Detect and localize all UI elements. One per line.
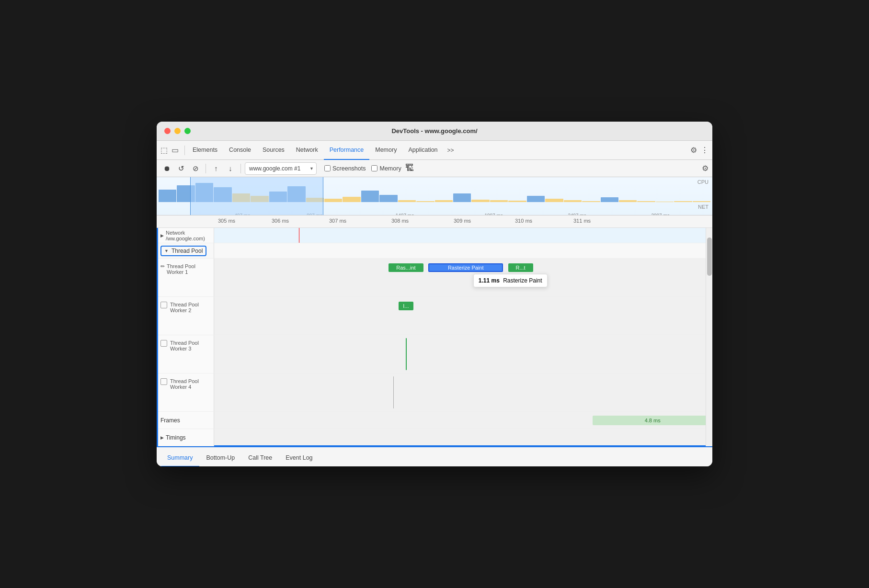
thread-pool-label: Thread Pool xyxy=(172,248,203,254)
worker4-track[interactable] xyxy=(214,373,712,412)
tab-sources[interactable]: Sources xyxy=(257,141,290,160)
performance-toolbar: ⏺ ↺ ⊘ ↑ ↓ www.google.com #1 Screenshots … xyxy=(157,160,712,177)
overview-selection[interactable] xyxy=(190,177,323,215)
task-dot-worker3 xyxy=(406,338,407,370)
thread-pool-header-box[interactable]: ▼ Thread Pool xyxy=(160,246,206,256)
thread-pool-header-row: ▼ Thread Pool xyxy=(157,243,712,259)
worker2-label-cell: Thread Pool Worker 2 xyxy=(157,297,214,335)
timeline-ruler: 305 ms 306 ms 307 ms 308 ms 309 ms 310 m… xyxy=(157,215,712,228)
tab-network[interactable]: Network xyxy=(290,141,324,160)
worker3-icon xyxy=(160,340,167,347)
timings-track[interactable] xyxy=(214,429,712,446)
frames-track[interactable]: 4.8 ms xyxy=(214,412,712,429)
tab-summary[interactable]: Summary xyxy=(160,449,199,466)
frames-label: Frames xyxy=(160,417,180,424)
settings-icon[interactable]: ⚙ xyxy=(690,146,697,155)
url-select-wrapper: www.google.com #1 xyxy=(245,162,317,175)
worker1-label: Thread Pool Worker 1 xyxy=(167,263,210,275)
traffic-lights xyxy=(164,128,191,134)
ruler-tick-310: 310 ms xyxy=(515,218,532,224)
frames-bar[interactable]: 4.8 ms xyxy=(593,416,712,425)
window-title: DevTools - www.google.com/ xyxy=(391,127,477,135)
capture-icon[interactable]: 🏗 xyxy=(405,163,414,173)
memory-checkbox-label[interactable]: Memory xyxy=(371,165,401,172)
worker3-track[interactable] xyxy=(214,335,712,373)
thread-pool-header-cell: ▼ Thread Pool xyxy=(157,243,214,259)
upload-button[interactable]: ↑ xyxy=(210,162,222,175)
tab-gear-area: ⚙ ⋮ xyxy=(690,146,709,155)
ruler-tick-309: 309 ms xyxy=(454,218,471,224)
network-track-row: ▶ Network /ww.google.com) xyxy=(157,228,712,243)
tooltip-time: 1.11 ms xyxy=(479,277,500,284)
track-blue-vline xyxy=(157,228,158,446)
net-label: NET xyxy=(698,204,709,210)
worker3-label: Thread Pool Worker 3 xyxy=(170,340,210,351)
worker2-icon xyxy=(160,302,167,308)
maximize-button[interactable] xyxy=(184,128,191,134)
cursor-line xyxy=(299,228,299,243)
clear-button[interactable]: ⊘ xyxy=(189,162,202,175)
record-button[interactable]: ⏺ xyxy=(160,162,173,175)
cpu-label: CPU xyxy=(697,179,709,185)
task-dot-worker4 xyxy=(393,376,394,408)
devtools-tab-bar: ⬚ ▭ Elements Console Sources Network Per… xyxy=(157,141,712,160)
memory-checkbox[interactable] xyxy=(371,165,377,171)
task-bar-ras-int[interactable]: Ras...int xyxy=(389,263,423,272)
worker1-label-cell: ✏ Thread Pool Worker 1 xyxy=(157,259,214,297)
worker3-label-cell: Thread Pool Worker 3 xyxy=(157,335,214,373)
tab-event-log[interactable]: Event Log xyxy=(279,449,319,466)
scrollbar-thumb[interactable] xyxy=(707,237,712,276)
frames-row: Frames 4.8 ms xyxy=(157,412,712,429)
task-bar-rasterize-paint[interactable]: Rasterize Paint xyxy=(428,263,503,272)
titlebar: DevTools - www.google.com/ xyxy=(157,122,712,141)
worker4-icon xyxy=(160,378,167,385)
tab-application[interactable]: Application xyxy=(402,141,443,160)
task-bar-rt[interactable]: R...t xyxy=(508,263,533,272)
worker4-label-cell: Thread Pool Worker 4 xyxy=(157,373,214,412)
tab-call-tree[interactable]: Call Tree xyxy=(241,449,279,466)
device-icon[interactable]: ▭ xyxy=(172,146,179,155)
download-button[interactable]: ↓ xyxy=(224,162,237,175)
tab-memory[interactable]: Memory xyxy=(369,141,402,160)
tab-performance[interactable]: Performance xyxy=(324,141,370,160)
more-options-icon[interactable]: ⋮ xyxy=(701,146,709,155)
timeline-overview[interactable]: 497 ms 997 ms 1497 ms 1997 ms 2497 ms 29… xyxy=(157,177,712,215)
worker2-row: Thread Pool Worker 2 I... xyxy=(157,297,712,335)
network-chevron-icon[interactable]: ▶ xyxy=(160,233,164,238)
worker2-track[interactable]: I... xyxy=(214,297,712,335)
ruler-tick-305: 305 ms xyxy=(218,218,235,224)
timings-label-cell: ▶ Timings xyxy=(157,429,214,446)
thread-pool-header-track[interactable] xyxy=(214,243,712,259)
tab-elements[interactable]: Elements xyxy=(187,141,223,160)
url-select[interactable]: www.google.com #1 xyxy=(245,162,317,175)
tab-bottom-up[interactable]: Bottom-Up xyxy=(199,449,241,466)
pencil-icon[interactable]: ✏ xyxy=(160,263,165,270)
minimize-button[interactable] xyxy=(174,128,181,134)
scrollbar[interactable] xyxy=(706,228,712,446)
network-track[interactable] xyxy=(214,228,712,243)
frames-label-cell: Frames xyxy=(157,412,214,429)
screenshots-checkbox[interactable] xyxy=(324,165,331,171)
toolbar-divider-2 xyxy=(240,164,241,173)
timings-chevron-icon[interactable]: ▶ xyxy=(160,435,164,440)
tooltip: 1.11 ms Rasterize Paint xyxy=(473,274,548,287)
devtools-window: DevTools - www.google.com/ ⬚ ▭ Elements … xyxy=(157,122,712,466)
ruler-tick-306: 306 ms xyxy=(272,218,289,224)
inspect-icon[interactable]: ⬚ xyxy=(160,146,168,155)
tab-console[interactable]: Console xyxy=(223,141,257,160)
timings-row: ▶ Timings xyxy=(157,429,712,446)
reload-button[interactable]: ↺ xyxy=(175,162,187,175)
toolbar-divider-1 xyxy=(206,164,206,173)
thread-pool-chevron-icon[interactable]: ▼ xyxy=(164,249,169,253)
tab-divider-1 xyxy=(184,146,185,155)
task-bar-worker2[interactable]: I... xyxy=(399,302,413,310)
worker2-label: Thread Pool Worker 2 xyxy=(170,302,210,313)
ruler-tick-308: 308 ms xyxy=(391,218,409,224)
toolbar-settings-icon[interactable]: ⚙ xyxy=(702,164,709,173)
worker1-track[interactable]: Ras...int Rasterize Paint R...t 1.11 ms … xyxy=(214,259,712,297)
tab-more-button[interactable]: >> xyxy=(444,147,458,154)
tracks-area: ▶ Network /ww.google.com) ▼ Thread Pool … xyxy=(157,228,712,446)
screenshots-checkbox-label[interactable]: Screenshots xyxy=(324,165,366,172)
worker4-label: Thread Pool Worker 4 xyxy=(170,378,210,390)
close-button[interactable] xyxy=(164,128,171,134)
